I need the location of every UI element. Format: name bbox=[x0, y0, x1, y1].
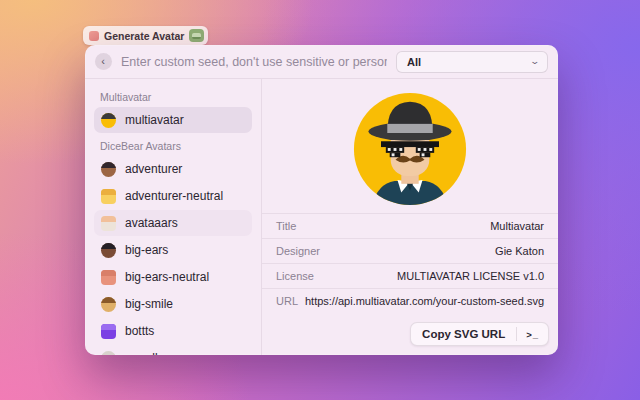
section-title: Multiavatar bbox=[94, 85, 252, 107]
detail-value: Gie Katon bbox=[495, 245, 544, 257]
sidebar-item-label: adventurer-neutral bbox=[125, 189, 223, 203]
adventurer-neutral-icon bbox=[101, 189, 116, 204]
sidebar-item-label: croodles bbox=[125, 351, 170, 355]
sidebar-item-adventurer-neutral[interactable]: adventurer-neutral bbox=[94, 183, 252, 209]
big-ears-neutral-icon bbox=[101, 270, 116, 285]
terminal-shortcut-icon[interactable]: >_ bbox=[517, 323, 548, 345]
window-content: MultiavatarmultiavatarDiceBear Avatarsad… bbox=[85, 79, 558, 355]
detail-value: Multiavatar bbox=[490, 220, 544, 232]
detail-label: License bbox=[276, 270, 314, 282]
sidebar-item-label: bottts bbox=[125, 324, 154, 338]
command-pill[interactable]: Generate Avatar bbox=[83, 26, 208, 45]
big-smile-icon bbox=[101, 297, 116, 312]
command-pill-label: Generate Avatar bbox=[104, 30, 184, 42]
chevron-down-icon: ⌄ bbox=[530, 56, 541, 66]
avatar-preview bbox=[262, 79, 558, 213]
sidebar-item-label: big-ears bbox=[125, 243, 168, 257]
sidebar-item-big-ears-neutral[interactable]: big-ears-neutral bbox=[94, 264, 252, 290]
multiavatar-icon bbox=[101, 113, 116, 128]
action-button-group: Copy SVG URL >_ bbox=[410, 322, 549, 346]
big-ears-icon bbox=[101, 243, 116, 258]
details-table: TitleMultiavatarDesignerGie KatonLicense… bbox=[262, 213, 558, 313]
app-icon bbox=[89, 31, 99, 41]
detail-row-url: URLhttps://api.multiavatar.com/your-cust… bbox=[262, 288, 558, 313]
detail-label: Designer bbox=[276, 245, 320, 257]
sidebar-item-croodles[interactable]: croodles bbox=[94, 345, 252, 355]
sidebar-item-big-ears[interactable]: big-ears bbox=[94, 237, 252, 263]
croodles-icon bbox=[101, 351, 116, 356]
avatar-image bbox=[352, 91, 468, 207]
sidebar-item-adventurer[interactable]: adventurer bbox=[94, 156, 252, 182]
search-header: ‹ All ⌄ bbox=[85, 45, 558, 79]
sidebar-item-multiavatar[interactable]: multiavatar bbox=[94, 107, 252, 133]
section-title: DiceBear Avatars bbox=[94, 134, 252, 156]
sidebar-item-avataaars[interactable]: avataaars bbox=[94, 210, 252, 236]
adventurer-icon bbox=[101, 162, 116, 177]
detail-row-designer: DesignerGie Katon bbox=[262, 238, 558, 263]
filter-dropdown-value: All bbox=[407, 56, 421, 68]
detail-label: URL bbox=[276, 295, 298, 307]
car-badge-icon bbox=[189, 29, 204, 42]
sidebar-item-label: adventurer bbox=[125, 162, 182, 176]
sidebar-item-label: big-smile bbox=[125, 297, 173, 311]
generate-avatar-window: ‹ All ⌄ MultiavatarmultiavatarDiceBear A… bbox=[85, 45, 558, 355]
action-footer: Copy SVG URL >_ bbox=[262, 313, 558, 355]
avataaars-icon bbox=[101, 216, 116, 231]
sidebar-item-label: avataaars bbox=[125, 216, 178, 230]
detail-row-title: TitleMultiavatar bbox=[262, 213, 558, 238]
sidebar-item-label: multiavatar bbox=[125, 113, 184, 127]
sidebar-item-big-smile[interactable]: big-smile bbox=[94, 291, 252, 317]
avatar-style-list: MultiavatarmultiavatarDiceBear Avatarsad… bbox=[85, 79, 262, 355]
bottts-icon bbox=[101, 324, 116, 339]
detail-value: MULTIAVATAR LICENSE v1.0 bbox=[397, 270, 544, 282]
detail-row-license: LicenseMULTIAVATAR LICENSE v1.0 bbox=[262, 263, 558, 288]
sidebar-item-label: big-ears-neutral bbox=[125, 270, 209, 284]
copy-svg-url-button[interactable]: Copy SVG URL bbox=[411, 323, 516, 345]
filter-dropdown[interactable]: All ⌄ bbox=[396, 51, 548, 73]
detail-value: https://api.multiavatar.com/your-custom-… bbox=[305, 295, 544, 307]
sidebar-item-bottts[interactable]: bottts bbox=[94, 318, 252, 344]
seed-input[interactable] bbox=[121, 55, 387, 69]
detail-label: Title bbox=[276, 220, 296, 232]
desktop-background: Generate Avatar ‹ All ⌄ Multiavatarmulti… bbox=[0, 0, 640, 400]
back-button[interactable]: ‹ bbox=[95, 53, 112, 70]
detail-panel: TitleMultiavatarDesignerGie KatonLicense… bbox=[262, 79, 558, 355]
